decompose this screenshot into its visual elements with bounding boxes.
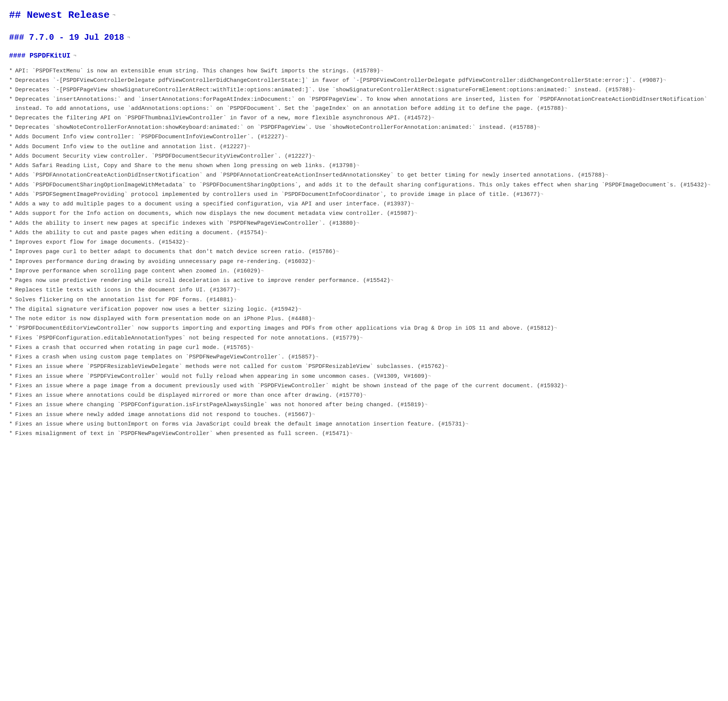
- pilcrow-item: ¬: [247, 144, 250, 149]
- list-item-text: Adds Safari Reading List, Copy and Share…: [15, 163, 356, 169]
- pilcrow-item: ¬: [707, 182, 710, 188]
- list-item-text: Adds Document Info view to the outline a…: [15, 144, 247, 150]
- list-item-text: Fixes `PSPDFConfiguration.editableAnnota…: [15, 335, 359, 341]
- list-item: Fixes an issue where `PSPDFViewControlle…: [9, 372, 719, 381]
- list-item: `PSPDFDocumentEditorViewController` now …: [9, 324, 719, 333]
- list-item-text: Adds `PSPDFAnnotationCreateActionDidInse…: [15, 172, 605, 178]
- list-item: Improves page curl to better adapt to do…: [9, 247, 719, 256]
- list-item: Adds `PSPDFDocumentSharingOptionImageWit…: [9, 181, 719, 189]
- pilcrow-item: ¬: [312, 258, 315, 264]
- list-item: Replaces title texts with icons in the d…: [9, 286, 719, 294]
- list-item-text: Fixes a crash when using custom page tem…: [15, 354, 315, 360]
- list-item: Adds a way to add multiple pages to a do…: [9, 200, 719, 208]
- list-item: Fixes an issue where annotations could b…: [9, 391, 719, 400]
- list-item: The digital signature verification popov…: [9, 305, 719, 314]
- list-item: Fixes an issue where a page image from a…: [9, 382, 719, 390]
- list-item-text: Fixes an issue where `PSPDFViewControlle…: [15, 373, 428, 380]
- list-item-text: Fixes an issue where newly added image a…: [15, 412, 312, 418]
- list-item: The note editor is now displayed with fo…: [9, 315, 719, 323]
- section-heading: #### PSPDFKitUI ¬: [9, 50, 719, 61]
- pilcrow-item: ¬: [356, 163, 359, 168]
- pilcrow-item: ¬: [431, 115, 434, 120]
- list-item-text: Fixes a crash that occurred when rotatin…: [15, 344, 250, 351]
- pilcrow-item: ¬: [349, 430, 352, 436]
- pilcrow-item: ¬: [428, 373, 431, 379]
- list-item: Improves performance during drawing by a…: [9, 257, 719, 266]
- list-item: Fixes an issue where newly added image a…: [9, 410, 719, 419]
- pilcrow-item: ¬: [312, 153, 315, 159]
- list-item-text: Deprecates `-[PSPDFViewControllerDelegat…: [15, 77, 663, 84]
- section-heading-text: #### PSPDFKitUI: [9, 52, 70, 59]
- list-item-text: Deprecates `insertAnnotations:` and `ins…: [15, 96, 707, 111]
- list-item-text: Adds Document Info view controller: `PSP…: [15, 134, 284, 140]
- list-item-text: Improves performance during drawing by a…: [15, 258, 312, 265]
- pilcrow-item: ¬: [250, 344, 253, 350]
- list-item: Adds Document Security view controller. …: [9, 152, 719, 161]
- pilcrow-item: ¬: [564, 105, 567, 111]
- list-item: API: `PSPDFTextMenu` is now an extensibl…: [9, 67, 719, 75]
- list-item-text: Adds `PSPDFSegmentImageProviding` protoc…: [15, 191, 540, 198]
- pilcrow-item: ¬: [356, 220, 359, 226]
- list-item: Adds Document Info view controller: `PSP…: [9, 133, 719, 141]
- list-item-text: Deprecates `-[PSPDFPageView showSignatur…: [15, 87, 632, 93]
- main-heading-text: ## Newest Release: [9, 9, 109, 21]
- pilcrow-h3: ¬: [70, 53, 77, 58]
- pilcrow-item: ¬: [261, 268, 264, 274]
- pilcrow-item: ¬: [554, 325, 557, 331]
- list-item-text: Adds the ability to cut and paste pages …: [15, 230, 264, 236]
- list-item: Adds the ability to insert new pages at …: [9, 219, 719, 228]
- list-item: Fixes a crash that occurred when rotatin…: [9, 343, 719, 352]
- list-item: Fixes an issue where using buttonImport …: [9, 420, 719, 429]
- pilcrow-item: ¬: [411, 201, 414, 207]
- list-item-text: Fixes an issue where a page image from a…: [15, 383, 564, 389]
- pilcrow-item: ¬: [390, 277, 393, 283]
- list-item-text: Improves page curl to better adapt to do…: [15, 249, 336, 255]
- list-item-text: Replaces title texts with icons in the d…: [15, 287, 237, 293]
- pilcrow-item: ¬: [237, 287, 240, 293]
- list-item-text: `PSPDFDocumentEditorViewController` now …: [15, 325, 554, 332]
- pilcrow-item: ¬: [186, 239, 189, 245]
- list-item-text: API: `PSPDFTextMenu` is now an extensibl…: [15, 68, 380, 74]
- release-notes-list: API: `PSPDFTextMenu` is now an extensibl…: [9, 67, 719, 438]
- pilcrow-item: ¬: [298, 306, 301, 312]
- list-item-text: Fixes an issue where annotations could b…: [15, 392, 363, 399]
- spacer-1: [9, 25, 719, 27]
- list-item-text: Adds Document Security view controller. …: [15, 153, 312, 160]
- pilcrow-item: ¬: [284, 134, 287, 139]
- pilcrow-item: ¬: [312, 316, 315, 321]
- list-item: Deprecates `-[PSPDFViewControllerDelegat…: [9, 76, 719, 85]
- list-item-text: Fixes an issue where changing `PSPDFConf…: [15, 402, 424, 408]
- list-item: Solves flickering on the annotation list…: [9, 296, 719, 304]
- pilcrow-item: ¬: [312, 412, 315, 417]
- pilcrow-item: ¬: [605, 172, 608, 178]
- list-item: Deprecates `showNoteControllerForAnnotat…: [9, 123, 719, 132]
- list-item: Adds `PSPDFAnnotationCreateActionDidInse…: [9, 171, 719, 180]
- list-item-text: Adds `PSPDFDocumentSharingOptionImageWit…: [15, 182, 707, 188]
- list-item: Fixes an issue where changing `PSPDFConf…: [9, 401, 719, 409]
- pilcrow-item: ¬: [632, 87, 635, 92]
- pilcrow-item: ¬: [537, 124, 540, 130]
- list-item: Deprecates `-[PSPDFPageView showSignatur…: [9, 86, 719, 94]
- list-item-text: Fixes an issue where using buttonImport …: [15, 421, 465, 427]
- version-heading-text: ### 7.7.0 - 19 Jul 2018: [9, 33, 124, 42]
- version-heading: ### 7.7.0 - 19 Jul 2018 ¬: [9, 31, 719, 44]
- pilcrow-item: ¬: [465, 421, 468, 427]
- pilcrow-item: ¬: [424, 402, 427, 407]
- pilcrow-item: ¬: [380, 68, 383, 74]
- list-item: Fixes misalignment of text in `PSPDFNewP…: [9, 429, 719, 438]
- pilcrow-h1: ¬: [109, 12, 116, 18]
- pilcrow-h2: ¬: [124, 34, 130, 40]
- list-item: Adds support for the Info action on docu…: [9, 209, 719, 218]
- list-item: Pages now use predictive rendering while…: [9, 276, 719, 285]
- main-heading: ## Newest Release ¬: [9, 8, 719, 23]
- list-item: Fixes a crash when using custom page tem…: [9, 353, 719, 361]
- list-item: Improves export flow for image documents…: [9, 238, 719, 247]
- list-item-text: Deprecates `showNoteControllerForAnnotat…: [15, 124, 537, 131]
- pilcrow-item: ¬: [445, 363, 448, 369]
- list-item-text: Improves export flow for image documents…: [15, 239, 186, 246]
- list-item: Adds Safari Reading List, Copy and Share…: [9, 161, 719, 170]
- list-item-text: Improve performance when scrolling page …: [15, 268, 261, 274]
- list-item-text: Pages now use predictive rendering while…: [15, 277, 390, 284]
- pilcrow-item: ¬: [264, 230, 267, 235]
- pilcrow-item: ¬: [315, 354, 318, 360]
